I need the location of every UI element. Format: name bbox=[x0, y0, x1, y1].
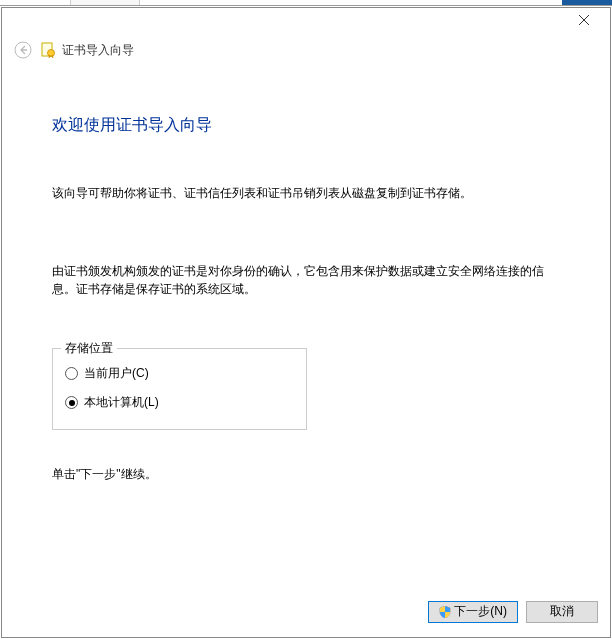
continue-hint: 单击"下一步"继续。 bbox=[52, 466, 560, 483]
back-arrow-icon bbox=[14, 41, 32, 59]
svg-point-4 bbox=[48, 50, 55, 57]
radio-current-user[interactable]: 当前用户(C) bbox=[65, 359, 294, 388]
close-icon bbox=[579, 15, 589, 25]
next-button-label: 下一步(N) bbox=[454, 603, 507, 620]
cancel-button-label: 取消 bbox=[550, 603, 574, 620]
shield-icon bbox=[439, 606, 451, 618]
titlebar bbox=[2, 8, 610, 31]
storage-location-group: 存储位置 当前用户(C) 本地计算机(L) bbox=[52, 348, 307, 430]
radio-icon bbox=[65, 396, 78, 409]
header: 证书导入向导 bbox=[2, 31, 610, 69]
back-button[interactable] bbox=[12, 39, 34, 61]
cancel-button[interactable]: 取消 bbox=[526, 601, 598, 623]
content-area: 欢迎使用证书导入向导 该向导可帮助你将证书、证书信任列表和证书吊销列表从磁盘复制… bbox=[2, 69, 610, 593]
intro-paragraph-1: 该向导可帮助你将证书、证书信任列表和证书吊销列表从磁盘复制到证书存储。 bbox=[52, 184, 560, 202]
radio-local-machine[interactable]: 本地计算机(L) bbox=[65, 388, 294, 417]
certificate-icon bbox=[40, 42, 56, 58]
background-window-fragment bbox=[0, 0, 612, 6]
page-heading: 欢迎使用证书导入向导 bbox=[52, 115, 560, 136]
close-button[interactable] bbox=[564, 9, 604, 31]
wizard-window: 证书导入向导 欢迎使用证书导入向导 该向导可帮助你将证书、证书信任列表和证书吊销… bbox=[1, 7, 611, 638]
footer: 下一步(N) 取消 bbox=[2, 593, 610, 637]
radio-current-user-label: 当前用户(C) bbox=[84, 365, 149, 382]
intro-paragraph-2: 由证书颁发机构颁发的证书是对你身份的确认，它包含用来保护数据或建立安全网络连接的… bbox=[52, 262, 560, 298]
storage-location-legend: 存储位置 bbox=[61, 340, 117, 357]
radio-local-machine-label: 本地计算机(L) bbox=[84, 394, 159, 411]
radio-icon bbox=[65, 367, 78, 380]
next-button[interactable]: 下一步(N) bbox=[428, 601, 518, 623]
wizard-title: 证书导入向导 bbox=[62, 42, 134, 59]
